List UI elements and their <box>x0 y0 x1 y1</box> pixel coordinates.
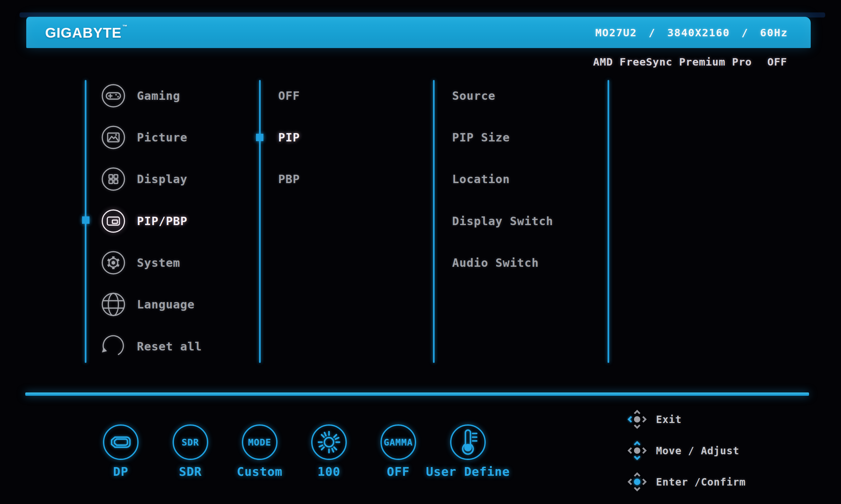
dpad-up-down-icon <box>627 440 648 461</box>
menu-selection-marker <box>82 216 89 224</box>
gamepad-icon <box>101 83 126 108</box>
status-label: SDR <box>179 465 202 479</box>
menu-item-pip-pbp[interactable]: PIP/PBP <box>101 209 187 234</box>
dpad-center-icon <box>627 471 648 492</box>
menu-item-gaming[interactable]: Gaming <box>101 83 180 108</box>
menu-item-label: Picture <box>137 131 187 144</box>
status-label: DP <box>113 465 128 479</box>
reset-icon <box>101 334 126 359</box>
menu-item-label: PIP/PBP <box>137 214 187 228</box>
mode-badge-icon: MODE <box>242 425 277 460</box>
hint-label: Move / Adjust <box>656 445 739 457</box>
column-divider-2 <box>259 80 261 363</box>
menu-item-label: Display <box>137 173 187 186</box>
menu-item-display[interactable]: Display <box>101 167 187 192</box>
submenu-item-pbp[interactable]: PBP <box>278 172 300 186</box>
sdr-badge-icon: SDR <box>173 425 208 460</box>
badge-text: SDR <box>182 437 199 448</box>
hint-label: Enter /Confirm <box>656 476 746 488</box>
badge-text: GAMMA <box>384 437 413 448</box>
menu-item-label: Reset all <box>137 340 202 353</box>
hint-move-adjust: Move / Adjust <box>627 440 739 461</box>
model-resolution-info: MO27U2 / 3840X2160 / 60Hz <box>595 26 788 39</box>
status-label: 100 <box>317 465 340 479</box>
submenu-item-off[interactable]: OFF <box>278 89 300 103</box>
menu-item-language[interactable]: Language <box>101 292 195 317</box>
trademark-symbol: ™ <box>122 23 127 29</box>
monitor-osd-screen: GIGABYTE™ MO27U2 / 3840X2160 / 60Hz AMD … <box>0 0 841 504</box>
option-item-display-switch[interactable]: Display Switch <box>452 214 553 228</box>
column-divider-4 <box>607 80 609 363</box>
menu-item-label: Gaming <box>137 89 180 103</box>
thermometer-icon <box>450 425 486 460</box>
option-item-audio-switch[interactable]: Audio Switch <box>452 256 539 270</box>
brightness-icon <box>311 425 347 460</box>
option-item-source[interactable]: Source <box>452 89 496 103</box>
menu-item-picture[interactable]: Picture <box>101 125 187 150</box>
grid-icon <box>101 167 126 192</box>
submenu-item-pip[interactable]: PIP <box>278 130 300 144</box>
submenu-selection-marker <box>256 134 263 141</box>
hint-enter-confirm: Enter /Confirm <box>627 471 746 492</box>
menu-item-label: System <box>137 256 180 269</box>
hint-exit: Exit <box>627 409 682 430</box>
status-color-temperature: User Define <box>424 425 512 479</box>
badge-text: MODE <box>248 437 271 448</box>
option-item-location[interactable]: Location <box>452 172 510 186</box>
menu-item-reset-all[interactable]: Reset all <box>101 334 202 359</box>
brand-logo: GIGABYTE™ <box>45 23 127 41</box>
column-divider-3 <box>433 80 435 363</box>
picture-icon <box>101 125 126 150</box>
gear-icon <box>101 250 126 275</box>
freesync-value: OFF <box>767 56 787 68</box>
header-bar: GIGABYTE™ MO27U2 / 3840X2160 / 60Hz <box>26 17 811 48</box>
menu-item-system[interactable]: System <box>101 250 180 275</box>
status-label: User Define <box>426 465 510 479</box>
hint-label: Exit <box>656 414 682 425</box>
dpad-left-icon <box>627 409 648 430</box>
freesync-label: AMD FreeSync Premium Pro <box>593 56 752 68</box>
status-label: Custom <box>237 465 282 479</box>
globe-icon <box>101 292 126 317</box>
displayport-icon <box>103 425 139 460</box>
gamma-badge-icon: GAMMA <box>380 425 416 460</box>
status-label: OFF <box>387 465 410 479</box>
menu-item-label: Language <box>137 298 195 311</box>
pip-icon <box>101 209 126 234</box>
bottom-divider <box>25 393 809 396</box>
option-item-pip-size[interactable]: PIP Size <box>452 130 510 144</box>
freesync-status: AMD FreeSync Premium Pro OFF <box>593 56 787 68</box>
